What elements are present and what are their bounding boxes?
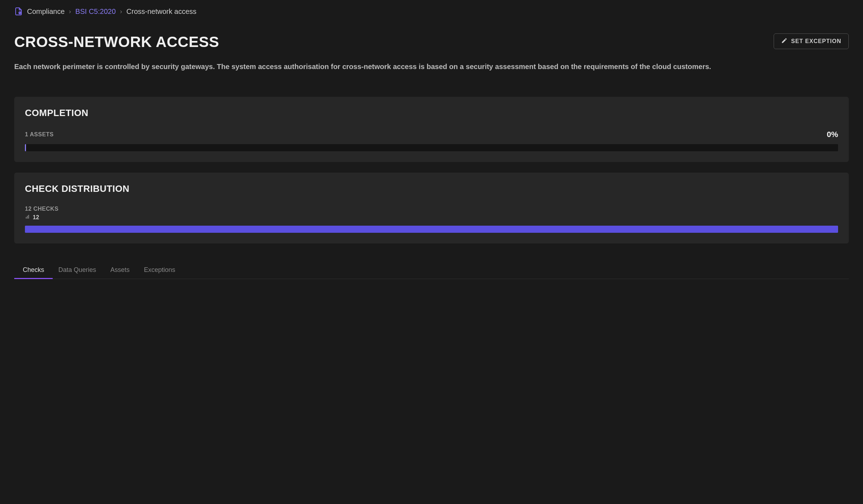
tabs-container: Checks Data Queries Assets Exceptions — [14, 261, 849, 279]
page-title: CROSS-NETWORK ACCESS — [14, 33, 219, 51]
pencil-icon — [781, 37, 788, 45]
check-distribution-card: CHECK DISTRIBUTION 12 CHECKS 12 — [14, 173, 849, 243]
set-exception-button[interactable]: SET EXCEPTION — [774, 33, 849, 49]
breadcrumb-root[interactable]: Compliance — [27, 7, 65, 16]
bar-chart-icon — [25, 214, 30, 221]
chevron-right-icon: › — [69, 8, 71, 15]
tab-assets[interactable]: Assets — [110, 261, 130, 279]
completion-percent: 0% — [827, 130, 838, 139]
distribution-progress-bar — [25, 226, 838, 233]
distribution-checks-label: 12 CHECKS — [25, 206, 838, 212]
compliance-doc-icon — [14, 7, 23, 16]
distribution-count: 12 — [33, 214, 39, 221]
breadcrumb-framework[interactable]: BSI C5:2020 — [75, 7, 116, 16]
tab-checks[interactable]: Checks — [23, 261, 44, 279]
completion-summary-row: 1 ASSETS 0% — [25, 130, 838, 139]
breadcrumb-current: Cross-network access — [126, 7, 197, 16]
completion-assets-label: 1 ASSETS — [25, 131, 54, 138]
tab-exceptions[interactable]: Exceptions — [144, 261, 175, 279]
chevron-right-icon: › — [120, 8, 122, 15]
completion-progress-fill — [25, 144, 26, 151]
distribution-count-row: 12 — [25, 214, 838, 221]
set-exception-label: SET EXCEPTION — [791, 38, 841, 44]
page-description: Each network perimeter is controlled by … — [14, 61, 807, 72]
completion-card: COMPLETION 1 ASSETS 0% — [14, 97, 849, 162]
breadcrumb: Compliance › BSI C5:2020 › Cross-network… — [14, 7, 849, 16]
distribution-progress-fill — [25, 226, 838, 233]
distribution-title: CHECK DISTRIBUTION — [25, 183, 838, 194]
tab-data-queries[interactable]: Data Queries — [58, 261, 96, 279]
page-header: CROSS-NETWORK ACCESS SET EXCEPTION — [14, 33, 849, 51]
completion-progress-bar — [25, 144, 838, 151]
completion-title: COMPLETION — [25, 107, 838, 119]
